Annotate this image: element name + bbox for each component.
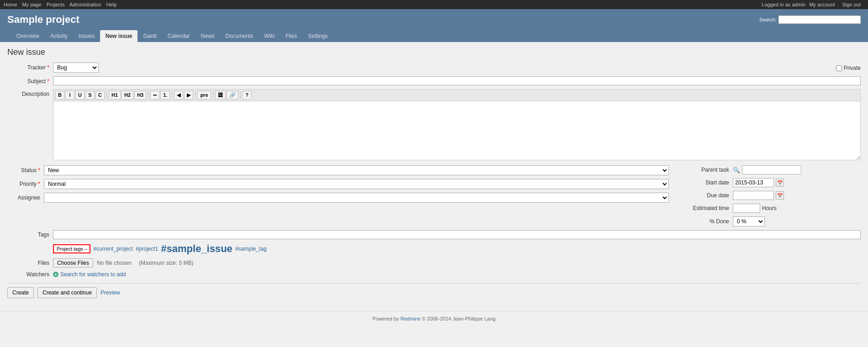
- start-date-field: 2015-03-13 📅: [733, 178, 784, 187]
- logged-in-text: Logged in as admin: [762, 2, 805, 7]
- tracker-row: Tracker * Bug Feature Support Private: [7, 63, 861, 73]
- private-checkbox[interactable]: [836, 65, 842, 71]
- start-date-calendar-icon[interactable]: 📅: [776, 179, 784, 187]
- separator-1: [106, 92, 107, 99]
- due-date-input[interactable]: [733, 191, 774, 200]
- top-links: Home My page Projects Administration Hel…: [4, 2, 120, 7]
- tab-calendar[interactable]: Calendar: [162, 30, 196, 42]
- tag-sample-tag[interactable]: #sample_tag: [235, 246, 267, 252]
- subject-field: [53, 76, 861, 85]
- bold-btn[interactable]: B: [55, 91, 64, 100]
- due-date-label: Due date: [678, 192, 733, 199]
- add-watcher-icon: +: [53, 272, 58, 277]
- underline-btn[interactable]: U: [75, 91, 85, 100]
- status-select[interactable]: New In Progress Resolved Feedback Closed…: [44, 165, 669, 175]
- description-textarea[interactable]: [53, 101, 861, 160]
- project-tags-label: Project tags: [57, 246, 83, 252]
- top-right-area: Logged in as admin My account Sign out: [762, 2, 864, 7]
- private-label: Private: [844, 65, 861, 71]
- tab-files[interactable]: Files: [280, 30, 302, 42]
- tab-news[interactable]: News: [195, 30, 220, 42]
- files-row: Files Choose Files No file chosen (Maxim…: [7, 258, 861, 268]
- description-label: Description: [7, 89, 53, 97]
- tab-overview[interactable]: Overview: [11, 30, 45, 42]
- img-btn[interactable]: 🖼: [215, 91, 226, 100]
- tab-activity[interactable]: Activity: [45, 30, 73, 42]
- assignee-select[interactable]: [44, 193, 669, 203]
- tags-row: Tags: [7, 230, 861, 239]
- tag-project1[interactable]: #project1: [136, 246, 158, 252]
- project-tags-row: Project tags – #current_project #project…: [53, 243, 861, 255]
- project-tags-button[interactable]: Project tags –: [53, 244, 90, 253]
- pct-done-select[interactable]: 0 % 10 % 20 % 30 % 40 % 50 % 60 % 70 % 8…: [733, 216, 765, 226]
- tab-settings[interactable]: Settings: [302, 30, 333, 42]
- start-date-input[interactable]: 2015-03-13: [733, 178, 774, 187]
- ul-btn[interactable]: ••: [150, 91, 159, 100]
- create-button[interactable]: Create: [7, 287, 34, 298]
- priority-select[interactable]: Low Normal High Urgent Immediate: [44, 179, 669, 189]
- italic-btn[interactable]: I: [65, 91, 74, 100]
- mypage-link[interactable]: My page: [22, 2, 41, 7]
- description-field: B I U S C H1 H2 H3 •• 1. ◀ ▶ pre: [53, 89, 861, 162]
- assignee-row: Assignee: [7, 193, 669, 203]
- estimated-time-input[interactable]: [733, 204, 760, 213]
- link-btn[interactable]: 🔗: [227, 91, 238, 100]
- due-date-calendar-icon[interactable]: 📅: [776, 191, 784, 200]
- search-input[interactable]: [778, 16, 861, 24]
- description-row: Description B I U S C H1 H2 H3 •• 1.: [7, 89, 861, 162]
- tag-sample-issue[interactable]: #sample_issue: [161, 243, 233, 255]
- ol-btn[interactable]: 1.: [160, 91, 170, 100]
- create-continue-button[interactable]: Create and continue: [37, 287, 97, 298]
- h2-btn[interactable]: H2: [122, 91, 133, 100]
- fields-left: Status * New In Progress Resolved Feedba…: [7, 165, 669, 230]
- tab-gantt[interactable]: Gantt: [138, 30, 162, 42]
- help-btn[interactable]: ?: [243, 91, 252, 100]
- block-right-btn[interactable]: ▶: [184, 91, 193, 100]
- tracker-field: Bug Feature Support Private: [53, 63, 861, 73]
- subject-label: Subject *: [7, 76, 53, 84]
- help-link[interactable]: Help: [106, 2, 117, 7]
- tab-issues[interactable]: Issues: [73, 30, 100, 42]
- tags-input[interactable]: [53, 230, 861, 239]
- tab-wiki[interactable]: Wiki: [259, 30, 280, 42]
- administration-link[interactable]: Administration: [69, 2, 101, 7]
- footer-app-link[interactable]: Redmine: [401, 316, 421, 321]
- private-area: Private: [836, 64, 861, 71]
- tab-documents[interactable]: Documents: [220, 30, 259, 42]
- status-row: Status * New In Progress Resolved Feedba…: [7, 165, 669, 175]
- tag-current-project[interactable]: #current_project: [93, 246, 133, 252]
- h3-btn[interactable]: H3: [134, 91, 146, 100]
- block-left-btn[interactable]: ◀: [174, 91, 183, 100]
- priority-row: Priority * Low Normal High Urgent Immedi…: [7, 179, 669, 189]
- home-link[interactable]: Home: [4, 2, 17, 7]
- parent-task-field: 🔍: [733, 165, 801, 174]
- h1-btn[interactable]: H1: [109, 91, 121, 100]
- max-size-text: (Maximum size: 5 MB): [139, 260, 193, 266]
- projects-link[interactable]: Projects: [47, 2, 65, 7]
- project-title: Sample project: [7, 14, 79, 28]
- tab-new-issue[interactable]: New issue: [100, 30, 138, 42]
- code-btn[interactable]: C: [95, 91, 105, 100]
- fields-container: Status * New In Progress Resolved Feedba…: [7, 165, 861, 230]
- separator-6: [240, 92, 241, 99]
- no-file-text: No file chosen: [97, 260, 132, 266]
- sign-out-link[interactable]: Sign out: [842, 2, 861, 7]
- parent-task-input[interactable]: [742, 165, 801, 174]
- pct-done-field: 0 % 10 % 20 % 30 % 40 % 50 % 60 % 70 % 8…: [733, 216, 765, 226]
- add-watcher-link[interactable]: + Search for watchers to add: [53, 271, 126, 278]
- tracker-select[interactable]: Bug Feature Support: [53, 63, 99, 73]
- subject-input[interactable]: [53, 76, 861, 85]
- separator-5: [213, 92, 213, 99]
- parent-task-label: Parent task: [678, 167, 733, 173]
- preview-link[interactable]: Preview: [101, 289, 120, 296]
- issue-form: Tracker * Bug Feature Support Private Su…: [7, 63, 861, 302]
- pre-btn[interactable]: pre: [197, 91, 211, 100]
- footer-copyright: © 2006-2014 Jean-Philippe Lang: [422, 316, 496, 321]
- add-watcher-text: Search for watchers to add: [60, 271, 126, 278]
- assignee-label: Assignee: [7, 195, 44, 201]
- strike-btn[interactable]: S: [85, 91, 95, 100]
- choose-files-button[interactable]: Choose Files: [53, 258, 93, 268]
- my-account-link[interactable]: My account: [809, 2, 835, 7]
- top-bar: Home My page Projects Administration Hel…: [0, 0, 868, 9]
- assignee-field: [44, 193, 669, 203]
